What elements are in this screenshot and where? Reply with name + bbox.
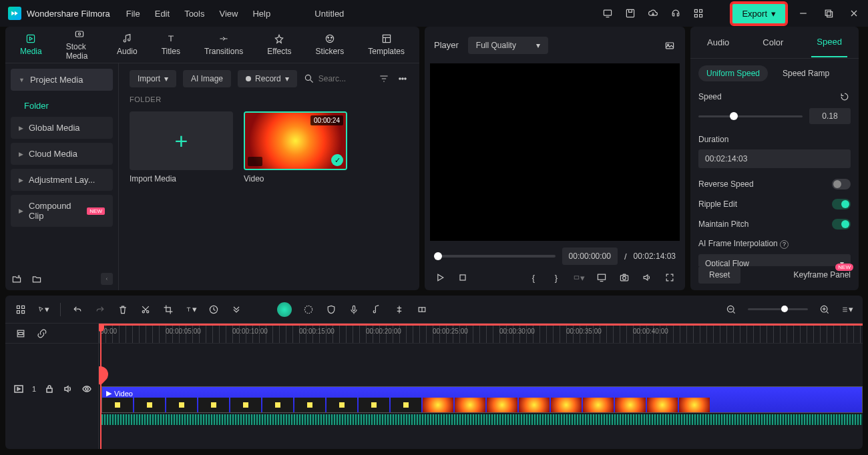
save-icon[interactable] xyxy=(624,7,636,19)
folder-icon[interactable] xyxy=(31,273,43,285)
new-folder-icon[interactable] xyxy=(11,273,23,285)
aspect-icon[interactable]: ▾ xyxy=(573,272,585,284)
arrange-icon[interactable] xyxy=(15,304,27,316)
link-tracks-icon[interactable] xyxy=(15,328,27,340)
zoom-slider[interactable] xyxy=(748,308,808,310)
screen-icon[interactable] xyxy=(602,7,614,19)
sidebar-folder[interactable]: Folder xyxy=(11,95,113,117)
tab-effects[interactable]: Effects xyxy=(267,33,291,56)
ai-frame-dropdown[interactable]: Optical Flow▾ xyxy=(698,254,851,267)
menu-tools[interactable]: Tools xyxy=(184,9,204,19)
close-icon[interactable] xyxy=(848,7,860,19)
ai-image-button[interactable]: AI Image xyxy=(183,70,231,87)
delete-icon[interactable] xyxy=(117,304,129,316)
filter-icon[interactable] xyxy=(378,73,390,85)
stop-icon[interactable] xyxy=(457,272,469,284)
link-icon[interactable] xyxy=(36,328,48,340)
sidebar-project-media[interactable]: ▼Project Media xyxy=(11,69,113,91)
speed-slider[interactable] xyxy=(698,115,803,117)
tab-transitions[interactable]: Transitions xyxy=(204,33,243,56)
reverse-speed-toggle[interactable] xyxy=(832,179,851,189)
color-tool-icon[interactable] xyxy=(302,304,314,316)
mic-icon[interactable] xyxy=(348,304,360,316)
snapshot-icon[interactable] xyxy=(664,39,676,51)
ai-face-icon[interactable] xyxy=(277,302,292,317)
brace-right-icon[interactable]: } xyxy=(550,272,562,284)
keyframe-icon[interactable] xyxy=(416,304,428,316)
record-button[interactable]: Record▾ xyxy=(238,70,297,87)
crop-icon[interactable] xyxy=(162,304,174,316)
svg-rect-9 xyxy=(75,31,83,37)
redo-icon[interactable] xyxy=(94,304,106,316)
export-button[interactable]: Export ▾ xyxy=(731,3,787,25)
tab-titles[interactable]: Titles xyxy=(162,33,180,56)
zoom-in-icon[interactable] xyxy=(819,304,831,316)
duration-input[interactable]: 00:02:14:03 xyxy=(698,149,851,168)
reset-button[interactable]: Reset xyxy=(698,266,740,284)
maximize-icon[interactable] xyxy=(823,7,835,19)
tab-templates[interactable]: Templates xyxy=(368,33,405,56)
shield-icon[interactable] xyxy=(325,304,337,316)
import-media-thumb[interactable]: + Import Media xyxy=(130,111,233,183)
zoom-out-icon[interactable] xyxy=(725,304,737,316)
text-icon[interactable]: ▾ xyxy=(185,304,197,316)
info-icon[interactable]: ? xyxy=(780,240,789,249)
audio-waveform[interactable] xyxy=(101,414,863,425)
sidebar-global-media[interactable]: ▶Global Media xyxy=(11,117,113,139)
tab-color-props[interactable]: Color xyxy=(757,28,789,57)
camera-icon[interactable] xyxy=(618,272,630,284)
import-button[interactable]: Import▾ xyxy=(130,70,176,87)
tab-media[interactable]: Media xyxy=(20,33,42,56)
tab-stickers[interactable]: Stickers xyxy=(316,33,345,56)
undo-icon[interactable] xyxy=(71,304,83,316)
menu-edit[interactable]: Edit xyxy=(155,9,170,19)
preview-viewport[interactable] xyxy=(430,63,680,241)
video-thumb[interactable]: 00:00:24 ✓ Video xyxy=(244,111,347,183)
brace-left-icon[interactable]: { xyxy=(527,272,539,284)
support-icon[interactable] xyxy=(670,7,682,19)
mute-track-icon[interactable] xyxy=(63,383,73,395)
sidebar-adjustment-layer[interactable]: ▶Adjustment Lay... xyxy=(11,169,113,191)
timeline-tracks[interactable]: 00:00 00:00:05:00 00:00:10:00 00:00:15:0… xyxy=(99,324,863,449)
volume-icon[interactable] xyxy=(641,272,653,284)
tab-audio-props[interactable]: Audio xyxy=(702,28,734,57)
collapse-icon[interactable] xyxy=(101,273,113,285)
menu-view[interactable]: View xyxy=(219,9,238,19)
display-icon[interactable] xyxy=(596,272,608,284)
menu-file[interactable]: File xyxy=(126,9,140,19)
pointer-icon[interactable]: ▾ xyxy=(37,304,49,316)
menu-help[interactable]: Help xyxy=(252,9,270,19)
marker-icon[interactable] xyxy=(393,304,405,316)
more-tools-icon[interactable] xyxy=(230,304,242,316)
timeline-ruler[interactable]: 00:00 00:00:05:00 00:00:10:00 00:00:15:0… xyxy=(99,324,863,344)
tab-speed-props[interactable]: Speed xyxy=(811,27,847,57)
playhead[interactable] xyxy=(100,324,101,449)
search-input[interactable] xyxy=(304,73,371,84)
play-icon[interactable] xyxy=(434,272,446,284)
minimize-icon[interactable] xyxy=(797,7,809,19)
ripple-edit-toggle[interactable] xyxy=(832,199,851,209)
grid-icon[interactable] xyxy=(692,7,704,19)
music-tool-icon[interactable] xyxy=(371,304,383,316)
more-icon[interactable] xyxy=(397,73,409,85)
sidebar-cloud-media[interactable]: ▶Cloud Media xyxy=(11,143,113,165)
keyframe-panel-button[interactable]: NEWKeyframe Panel xyxy=(794,270,851,280)
sidebar-compound-clip[interactable]: ▶Compound ClipNEW xyxy=(11,195,113,227)
timeline-view-icon[interactable]: ▾ xyxy=(841,304,853,316)
tab-stock[interactable]: Stock Media xyxy=(66,29,93,61)
hide-track-icon[interactable] xyxy=(81,383,92,395)
quality-dropdown[interactable]: Full Quality▾ xyxy=(468,37,548,54)
maintain-pitch-toggle[interactable] xyxy=(832,219,851,230)
lock-track-icon[interactable] xyxy=(44,383,55,395)
cut-icon[interactable] xyxy=(140,304,152,316)
speed-tool-icon[interactable] xyxy=(208,304,220,316)
chip-uniform-speed[interactable]: Uniform Speed xyxy=(698,65,768,81)
cloud-icon[interactable] xyxy=(647,7,659,19)
chip-speed-ramp[interactable]: Speed Ramp xyxy=(775,65,837,81)
speed-value[interactable]: 0.18 xyxy=(809,108,851,124)
video-clip[interactable]: ▶Video xyxy=(101,386,863,413)
fullscreen-icon[interactable] xyxy=(664,272,676,284)
preview-scrubber[interactable] xyxy=(434,255,556,258)
tab-audio[interactable]: Audio xyxy=(117,33,138,56)
reset-speed-icon[interactable] xyxy=(839,91,851,103)
